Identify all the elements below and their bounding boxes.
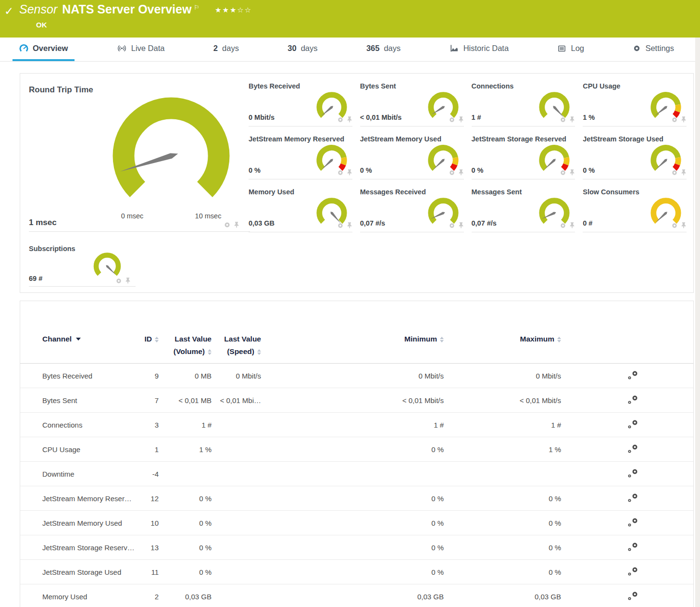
channel-settings-icon[interactable]	[627, 419, 638, 430]
status-badge: OK	[36, 21, 47, 29]
channel-settings-icon[interactable]	[627, 443, 638, 455]
channel-row-bytes-sent: Bytes Sent7< 0,01 MB< 0,01 Mbi…< 0,01 Mb…	[20, 388, 693, 413]
gauge-tile-round-trip-time: Round Trip Time 0 msec 10 msec 1 msec	[29, 74, 250, 232]
channel-row-connections: Connections31 #1 #1 #	[20, 413, 693, 437]
column-header-maximum[interactable]: Maximum	[444, 333, 561, 363]
maximum-value: 0 %	[444, 568, 561, 576]
gauge-tile-connections: Connections1 #	[472, 74, 575, 126]
pin-icon[interactable]	[347, 222, 352, 229]
gauges-panel: Round Trip Time 0 msec 10 msec 1 msec By…	[20, 73, 694, 293]
column-header-last-value-speed[interactable]: Last Value(Speed)	[212, 333, 261, 363]
gear-icon[interactable]	[115, 278, 122, 284]
gauge-title: Messages Sent	[472, 188, 522, 196]
pin-icon[interactable]	[569, 169, 575, 176]
tab-30-days[interactable]: 30days	[281, 38, 324, 61]
round-trip-time-gauge	[99, 82, 243, 223]
channel-settings-icon[interactable]	[627, 566, 638, 578]
gauge-value: 1 #	[472, 114, 481, 121]
channel-name: JetStream Storage Reserv…	[42, 544, 134, 552]
channel-settings-icon[interactable]	[627, 493, 638, 504]
minimum-value: 0 %	[261, 494, 444, 503]
pin-icon[interactable]	[347, 116, 352, 123]
gear-icon[interactable]	[449, 116, 455, 123]
table-header-row: Channel ID Last Value(Volume) Last Value…	[20, 301, 693, 364]
tab-365-days[interactable]: 365days	[360, 38, 407, 61]
channel-settings-icon[interactable]	[627, 468, 638, 480]
tab-number: 365	[366, 44, 380, 53]
gear-icon[interactable]	[337, 169, 344, 176]
sort-caret-icon	[76, 338, 81, 341]
page-title: NATS Server Overview	[62, 2, 191, 16]
channel-row-jetstream-memory-reser: JetStream Memory Reser…120 %0 %0 %	[20, 486, 693, 511]
pin-icon[interactable]	[681, 222, 687, 229]
gear-icon[interactable]	[671, 169, 678, 176]
scrollbar-gutter[interactable]	[695, 38, 700, 607]
gauge-value: 0 Mbit/s	[249, 114, 275, 121]
tab-number: 30	[288, 44, 296, 53]
pin-icon[interactable]	[458, 169, 464, 176]
minimum-value: < 0,01 Mbit/s	[261, 396, 444, 405]
gear-icon[interactable]	[449, 222, 455, 229]
gauge-tile-messages-sent: Messages Sent0,07 #/s	[472, 179, 575, 232]
channel-settings-icon[interactable]	[627, 591, 638, 602]
pin-icon[interactable]	[458, 116, 464, 123]
last-value-volume: 1 #	[159, 421, 212, 429]
pin-icon[interactable]	[125, 277, 131, 284]
channel-id: 3	[134, 421, 159, 429]
channel-id: 12	[134, 494, 159, 503]
tab-log[interactable]: Log	[550, 38, 591, 61]
channel-name: JetStream Memory Reser…	[42, 494, 134, 503]
channel-id: 1	[134, 445, 159, 454]
gauge-title: CPU Usage	[583, 82, 620, 90]
gear-icon[interactable]	[337, 222, 344, 229]
gauge-tile-memory-used: Memory Used0,03 GB	[249, 179, 352, 232]
channel-settings-icon[interactable]	[627, 517, 638, 529]
pin-icon[interactable]	[681, 169, 687, 176]
tab-number: 2	[213, 44, 218, 53]
pin-icon[interactable]	[569, 222, 575, 229]
last-value-volume: 0 MB	[159, 372, 212, 380]
pin-icon[interactable]	[569, 116, 575, 123]
pin-icon[interactable]	[234, 221, 239, 228]
tab-historic-data[interactable]: Historic Data	[443, 38, 515, 61]
pin-icon[interactable]	[458, 222, 464, 229]
tab-settings[interactable]: Settings	[626, 38, 681, 61]
column-header-minimum[interactable]: Minimum	[261, 333, 444, 363]
gauge-value: 0,07 #/s	[360, 219, 385, 227]
priority-stars[interactable]: ★★★☆☆	[215, 6, 252, 14]
gauge-value: 0,07 #/s	[472, 219, 497, 227]
channel-id: 11	[134, 568, 159, 576]
column-header-channel[interactable]: Channel	[42, 333, 134, 363]
pin-icon[interactable]	[681, 116, 687, 123]
gear-icon[interactable]	[560, 169, 566, 176]
gauge-title: Bytes Received	[249, 82, 300, 90]
pin-icon[interactable]	[347, 169, 352, 176]
channel-settings-icon[interactable]	[627, 394, 638, 406]
channel-name: Downtime	[42, 470, 134, 478]
tab-label: Live Data	[131, 44, 165, 53]
tab-live-data[interactable]: Live Data	[110, 38, 172, 61]
gear-icon[interactable]	[671, 222, 678, 229]
gear-icon[interactable]	[560, 116, 566, 123]
minimum-value: 0 %	[261, 519, 444, 527]
column-header-id[interactable]: ID	[134, 333, 159, 363]
gauge-title: Round Trip Time	[29, 85, 93, 95]
sort-arrows-icon	[440, 337, 444, 342]
tab-overview[interactable]: Overview	[12, 38, 75, 61]
channel-settings-icon[interactable]	[627, 370, 638, 381]
last-value-volume: < 0,01 MB	[159, 396, 212, 405]
tab-2-days[interactable]: 2days	[207, 38, 246, 61]
channel-id: 10	[134, 519, 159, 527]
flag-icon[interactable]: ⚐	[194, 4, 200, 11]
gauge-value: 0 #	[583, 219, 592, 227]
gear-icon[interactable]	[671, 116, 678, 123]
gear-icon[interactable]	[560, 222, 566, 229]
gear-icon[interactable]	[224, 221, 231, 228]
gear-icon[interactable]	[449, 169, 455, 176]
gear-icon[interactable]	[337, 116, 344, 123]
column-header-last-value-volume[interactable]: Last Value(Volume)	[159, 333, 212, 363]
minimum-value: 0 %	[261, 445, 444, 454]
channel-settings-icon[interactable]	[627, 542, 638, 553]
channels-table-panel: Channel ID Last Value(Volume) Last Value…	[20, 301, 694, 607]
maximum-value: 1 #	[444, 421, 561, 429]
